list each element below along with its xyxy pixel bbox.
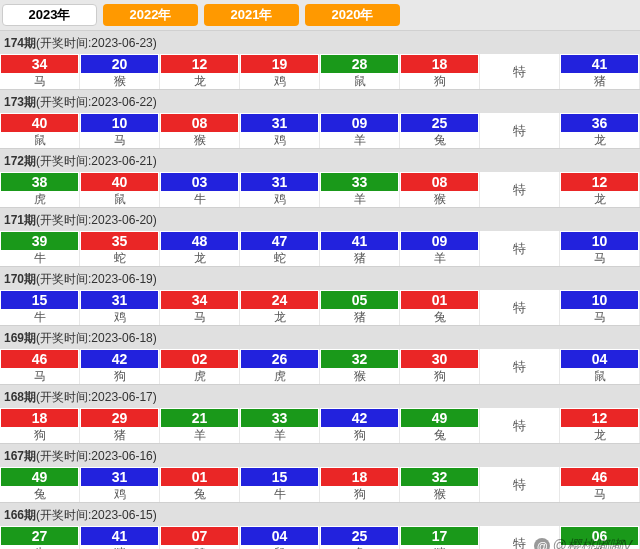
lottery-number: 31 — [241, 173, 318, 191]
number-cell: 33羊 — [240, 408, 320, 443]
zodiac-label: 龙 — [160, 250, 239, 266]
zodiac-label: 猴 — [400, 486, 479, 502]
year-tab-0[interactable]: 2023年 — [2, 4, 97, 26]
lottery-number: 21 — [161, 409, 238, 427]
year-tab-3[interactable]: 2020年 — [305, 4, 400, 26]
lottery-number: 15 — [241, 468, 318, 486]
special-zodiac: 龙 — [560, 191, 639, 207]
number-cell: 08猴 — [160, 113, 240, 148]
number-row: 18狗29猪21羊33羊42狗49兔特12龙 — [0, 408, 640, 443]
lottery-number: 33 — [321, 173, 398, 191]
zodiac-label: 虎 — [160, 368, 239, 384]
special-number: 12 — [561, 409, 638, 427]
special-number-cell: 12龙 — [560, 172, 640, 207]
number-cell: 26虎 — [240, 349, 320, 384]
period-row: 170期(开奖时间:2023-06-19)15牛31鸡34马24龙05猪01兔特… — [0, 266, 640, 325]
year-tab-2[interactable]: 2021年 — [204, 4, 299, 26]
zodiac-label: 猪 — [320, 250, 399, 266]
zodiac-label: 鸡 — [160, 545, 239, 549]
special-number: 41 — [561, 55, 638, 73]
number-cell: 02虎 — [160, 349, 240, 384]
lottery-number: 05 — [321, 291, 398, 309]
number-cell: 05猪 — [320, 290, 400, 325]
year-tab-1[interactable]: 2022年 — [103, 4, 198, 26]
zodiac-label: 蛇 — [80, 250, 159, 266]
lottery-number: 42 — [81, 350, 158, 368]
zodiac-label: 羊 — [160, 427, 239, 443]
special-zodiac: 狗 — [560, 545, 639, 549]
lottery-number: 42 — [321, 409, 398, 427]
number-cell: 15牛 — [0, 290, 80, 325]
lottery-number: 25 — [401, 114, 478, 132]
period-header: 170期(开奖时间:2023-06-19) — [0, 266, 640, 290]
zodiac-label: 龙 — [160, 73, 239, 89]
zodiac-label: 兔 — [400, 427, 479, 443]
lottery-number: 24 — [241, 291, 318, 309]
zodiac-label: 马 — [0, 368, 79, 384]
period-row: 171期(开奖时间:2023-06-20)39牛35蛇48龙47蛇41猪09羊特… — [0, 207, 640, 266]
zodiac-label: 牛 — [0, 250, 79, 266]
number-cell: 32猴 — [320, 349, 400, 384]
zodiac-label: 蛇 — [240, 250, 319, 266]
lottery-number: 15 — [1, 291, 78, 309]
number-cell: 31鸡 — [80, 467, 160, 502]
lottery-number: 09 — [401, 232, 478, 250]
lottery-number: 32 — [401, 468, 478, 486]
period-header: 172期(开奖时间:2023-06-21) — [0, 148, 640, 172]
lottery-number: 20 — [81, 55, 158, 73]
zodiac-label: 羊 — [320, 191, 399, 207]
lottery-number: 41 — [81, 527, 158, 545]
special-zodiac: 鼠 — [560, 368, 639, 384]
period-header: 174期(开奖时间:2023-06-23) — [0, 30, 640, 54]
special-label: 特 — [480, 408, 560, 443]
number-cell: 34马 — [0, 54, 80, 89]
zodiac-label: 牛 — [0, 545, 79, 549]
lottery-number: 41 — [321, 232, 398, 250]
number-cell: 21羊 — [160, 408, 240, 443]
number-cell: 04鼠 — [240, 526, 320, 549]
zodiac-label: 猪 — [80, 545, 159, 549]
zodiac-label: 兔 — [0, 486, 79, 502]
number-cell: 33羊 — [320, 172, 400, 207]
zodiac-label: 牛 — [160, 191, 239, 207]
zodiac-label: 狗 — [320, 486, 399, 502]
lottery-number: 26 — [241, 350, 318, 368]
number-cell: 17猪 — [400, 526, 480, 549]
special-zodiac: 龙 — [560, 427, 639, 443]
special-number-cell: 36龙 — [560, 113, 640, 148]
zodiac-label: 兔 — [400, 309, 479, 325]
special-number: 46 — [561, 468, 638, 486]
special-label: 特 — [480, 349, 560, 384]
lottery-number: 01 — [161, 468, 238, 486]
special-number: 04 — [561, 350, 638, 368]
lottery-number: 01 — [401, 291, 478, 309]
number-cell: 38虎 — [0, 172, 80, 207]
zodiac-label: 鸡 — [80, 309, 159, 325]
zodiac-label: 马 — [80, 132, 159, 148]
zodiac-label: 兔 — [320, 545, 399, 549]
zodiac-label: 狗 — [80, 368, 159, 384]
number-cell: 40鼠 — [0, 113, 80, 148]
number-cell: 40鼠 — [80, 172, 160, 207]
number-cell: 25兔 — [320, 526, 400, 549]
period-row: 174期(开奖时间:2023-06-23)34马20猴12龙19鸡28鼠18狗特… — [0, 30, 640, 89]
lottery-number: 31 — [81, 468, 158, 486]
zodiac-label: 鸡 — [240, 132, 319, 148]
period-row: 167期(开奖时间:2023-06-16)49兔31鸡01兔15牛18狗32猴特… — [0, 443, 640, 502]
period-row: 172期(开奖时间:2023-06-21)38虎40鼠03牛31鸡33羊08猴特… — [0, 148, 640, 207]
zodiac-label: 狗 — [400, 368, 479, 384]
zodiac-label: 鸡 — [240, 73, 319, 89]
number-cell: 30狗 — [400, 349, 480, 384]
number-cell: 31鸡 — [240, 113, 320, 148]
number-row: 38虎40鼠03牛31鸡33羊08猴特12龙 — [0, 172, 640, 207]
zodiac-label: 猪 — [320, 309, 399, 325]
zodiac-label: 鼠 — [0, 132, 79, 148]
number-row: 34马20猴12龙19鸡28鼠18狗特41猪 — [0, 54, 640, 89]
number-cell: 27牛 — [0, 526, 80, 549]
lottery-number: 18 — [321, 468, 398, 486]
zodiac-label: 鸡 — [240, 191, 319, 207]
zodiac-label: 猪 — [80, 427, 159, 443]
number-row: 15牛31鸡34马24龙05猪01兔特10马 — [0, 290, 640, 325]
special-zodiac: 马 — [560, 486, 639, 502]
number-row: 49兔31鸡01兔15牛18狗32猴特46马 — [0, 467, 640, 502]
